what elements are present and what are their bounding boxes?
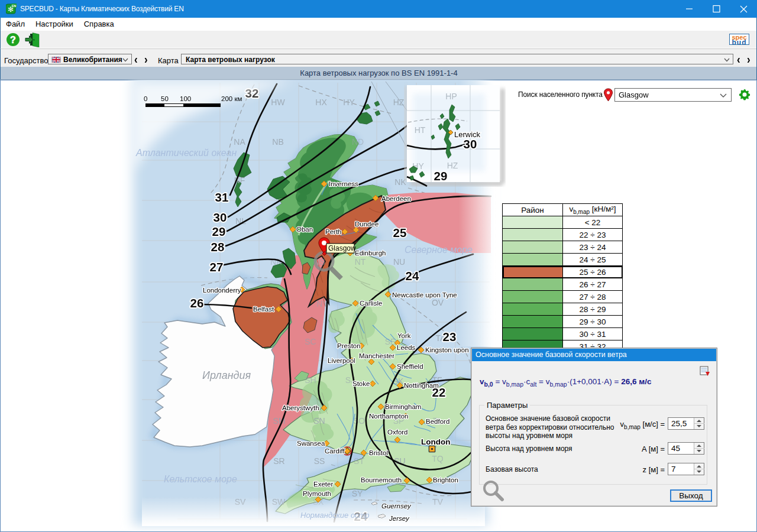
svg-text:Manchester: Manchester <box>359 352 394 359</box>
svg-text:Bedford: Bedford <box>426 418 449 425</box>
svg-text:Stoke: Stoke <box>352 380 370 387</box>
svg-text:Cardiff: Cardiff <box>325 447 345 455</box>
svg-text:York: York <box>397 332 411 339</box>
svg-text:26: 26 <box>190 296 204 310</box>
svg-text:Aberdeen: Aberdeen <box>381 195 411 202</box>
svg-text:31: 31 <box>215 190 229 204</box>
svg-text:London: London <box>421 437 450 446</box>
svg-text:?: ? <box>10 35 16 45</box>
svg-text:Liverpool: Liverpool <box>328 357 355 364</box>
svg-text:Perth: Perth <box>325 228 342 235</box>
svg-text:Exeter: Exeter <box>313 481 333 488</box>
svg-text:Ирландия: Ирландия <box>202 369 251 381</box>
svg-text:NU: NU <box>393 257 405 267</box>
svg-text:EN: EN <box>12 4 17 8</box>
svg-text:SO: SO <box>353 416 365 426</box>
svg-text:Carlisle: Carlisle <box>360 300 382 307</box>
svg-text:Preston: Preston <box>337 342 361 349</box>
svg-text:Sheffield: Sheffield <box>397 363 423 370</box>
svg-text:29: 29 <box>434 169 448 183</box>
svg-text:HT: HT <box>415 125 426 135</box>
svg-text:Oxford: Oxford <box>387 429 408 436</box>
svg-text:Jersey: Jersey <box>389 515 410 522</box>
svg-text:SR: SR <box>273 456 284 466</box>
svg-text:Northampton: Northampton <box>369 413 408 420</box>
svg-text:TQ: TQ <box>432 454 444 463</box>
svg-text:Leeds: Leeds <box>397 344 416 351</box>
svg-text:Aberystwyth: Aberystwyth <box>282 404 319 411</box>
svg-text:Bristol: Bristol <box>369 449 388 456</box>
svg-text:Birmingham: Birmingham <box>385 403 421 410</box>
svg-text:NA: NA <box>234 137 245 147</box>
svg-text:SH: SH <box>305 375 316 385</box>
svg-text:NT: NT <box>355 257 366 267</box>
svg-text:Swansea: Swansea <box>297 440 325 447</box>
svg-text:Oban: Oban <box>296 226 313 233</box>
svg-text:ND: ND <box>352 137 364 147</box>
svg-text:27: 27 <box>210 260 224 274</box>
svg-text:Северное море: Северное море <box>405 245 473 255</box>
svg-text:23: 23 <box>443 330 457 343</box>
svg-text:25: 25 <box>393 226 407 239</box>
svg-text:Inverness: Inverness <box>329 180 358 187</box>
svg-text:29: 29 <box>212 225 226 238</box>
svg-text:Belfast: Belfast <box>253 306 274 313</box>
svg-text:OV: OV <box>432 298 444 307</box>
svg-text:24: 24 <box>406 269 419 283</box>
svg-text:Plymouth: Plymouth <box>303 490 331 497</box>
svg-text:NB: NB <box>272 137 283 147</box>
svg-text:SC: SC <box>305 337 316 346</box>
svg-text:Glasgow: Glasgow <box>328 244 356 252</box>
svg-text:Brighton: Brighton <box>433 476 458 484</box>
svg-text:HZ: HZ <box>447 161 458 170</box>
svg-text:Кельтское море: Кельтское море <box>164 474 237 484</box>
svg-text:Londonderry: Londonderry <box>203 287 241 294</box>
svg-text:Nottingham: Nottingham <box>404 382 439 389</box>
svg-text:Атлантический океан: Атлантический океан <box>135 148 237 158</box>
svg-text:Newcastle upon Tyne: Newcastle upon Tyne <box>392 291 457 299</box>
svg-text:Нормандские остр: Нормандские остр <box>300 511 370 520</box>
svg-text:Bournemouth: Bournemouth <box>361 476 402 484</box>
svg-text:ST: ST <box>354 456 364 466</box>
svg-text:Kingston upon: Kingston upon <box>425 346 469 353</box>
svg-text:30: 30 <box>213 210 227 224</box>
svg-text:30: 30 <box>464 137 477 151</box>
svg-text:28: 28 <box>211 240 225 254</box>
svg-text:Edinburgh: Edinburgh <box>355 249 386 257</box>
svg-text:SS: SS <box>314 456 325 466</box>
svg-text:Guernsey: Guernsey <box>381 502 412 510</box>
svg-text:Dundee: Dundee <box>355 220 378 228</box>
